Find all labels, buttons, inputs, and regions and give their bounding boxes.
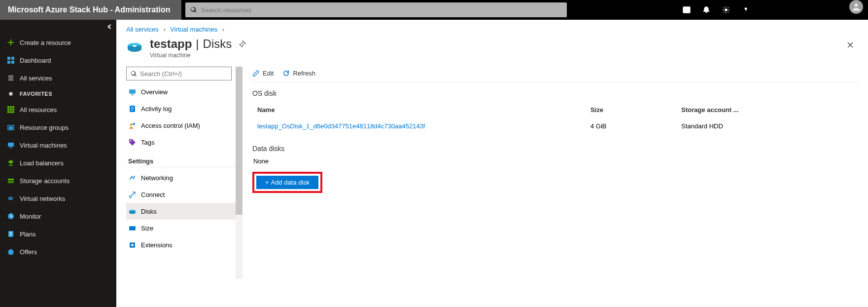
os-disk-heading: OS disk	[252, 89, 858, 97]
svg-rect-3	[7, 57, 10, 60]
svg-rect-20	[8, 179, 14, 180]
svg-point-1	[725, 9, 727, 11]
help-icon[interactable]	[736, 0, 756, 20]
nav-storage-accounts[interactable]: Storage accounts	[0, 172, 116, 190]
directory-tenant-area[interactable]	[756, 0, 844, 20]
data-disks-none: None	[252, 157, 858, 165]
menu-connect[interactable]: Connect	[126, 186, 243, 203]
disk-resource-icon	[126, 39, 143, 56]
edit-button[interactable]: Edit	[252, 70, 274, 77]
chevron-right-icon: ›	[222, 26, 224, 33]
list-icon	[7, 74, 15, 82]
os-disk-name-link[interactable]: testapp_OsDisk_1_d6e0d347751e48118d4c730…	[257, 122, 425, 130]
cloud-shell-icon[interactable]	[677, 0, 696, 20]
user-avatar[interactable]	[849, 0, 863, 14]
vm-icon	[7, 141, 15, 149]
svg-rect-5	[7, 61, 10, 64]
svg-rect-27	[131, 94, 133, 95]
nav-create-label: Create a resource	[20, 39, 71, 46]
plus-icon	[7, 38, 15, 46]
nav-virtual-machines[interactable]: Virtual machines	[0, 136, 116, 154]
nav-monitor[interactable]: Monitor	[0, 207, 116, 225]
nav-all-services[interactable]: All services	[0, 69, 116, 87]
add-data-disk-button[interactable]: + Add data disk	[256, 176, 318, 189]
nav-item-label: Monitor	[20, 213, 41, 220]
add-data-disk-label: Add data disk	[271, 179, 310, 186]
svg-point-31	[130, 140, 132, 142]
close-blade-icon[interactable]	[842, 37, 858, 55]
nav-dashboard[interactable]: Dashboard	[0, 51, 116, 69]
nav-item-label: Virtual machines	[20, 142, 67, 149]
menu-disks[interactable]: Disks	[126, 203, 243, 220]
menu-size[interactable]: Size	[126, 220, 243, 236]
notifications-icon[interactable]	[696, 0, 716, 20]
svg-rect-7	[7, 106, 9, 108]
add-data-disk-highlight: + Add data disk	[252, 172, 322, 193]
settings-icon[interactable]	[716, 0, 736, 20]
breadcrumb-vms[interactable]: Virtual machines	[170, 26, 217, 33]
svg-rect-15	[12, 111, 14, 113]
connect-icon	[128, 191, 136, 198]
menu-item-label: Overview	[141, 88, 168, 96]
nav-offers[interactable]: Offers	[0, 243, 116, 261]
svg-rect-8	[10, 106, 12, 108]
disk-icon	[128, 207, 136, 215]
resource-name: testapp	[150, 37, 192, 51]
nav-resource-groups[interactable]: Resource groups	[0, 118, 116, 136]
vm-icon	[128, 88, 136, 96]
svg-rect-35	[131, 244, 133, 246]
breadcrumb-all-services[interactable]: All services	[126, 26, 159, 33]
nav-all-resources[interactable]: All resources	[0, 101, 116, 118]
size-icon	[128, 224, 136, 232]
nav-item-label: Resource groups	[20, 124, 69, 131]
nav-virtual-networks[interactable]: Virtual networks	[0, 190, 116, 207]
dashboard-icon	[7, 56, 15, 64]
global-search[interactable]	[185, 2, 567, 17]
nav-item-label: Load balancers	[20, 159, 64, 167]
edit-label: Edit	[263, 70, 274, 77]
menu-extensions[interactable]: Extensions	[126, 236, 243, 253]
table-row: testapp_OsDisk_1_d6e0d347751e48118d4c730…	[252, 117, 858, 135]
menu-scrollbar[interactable]	[236, 67, 243, 279]
nav-item-label: Offers	[20, 248, 37, 256]
nav-create-resource[interactable]: Create a resource	[0, 34, 116, 51]
iam-icon	[128, 121, 136, 129]
nav-favorites-header: FAVORITES	[0, 87, 116, 101]
svg-rect-12	[12, 109, 14, 111]
svg-rect-9	[12, 106, 14, 108]
monitor-icon	[7, 212, 15, 220]
resource-menu-search[interactable]	[126, 67, 232, 80]
menu-settings-header: Settings	[126, 151, 238, 167]
resource-menu-search-input[interactable]	[140, 70, 227, 77]
data-disks-heading: Data disks	[252, 145, 858, 153]
portal-title: Microsoft Azure Stack Hub - Administrati…	[0, 0, 181, 20]
sidebar-collapse-icon[interactable]	[106, 24, 112, 31]
nav-item-label: Plans	[20, 230, 36, 238]
nav-dashboard-label: Dashboard	[20, 57, 51, 64]
offer-icon	[7, 248, 15, 256]
nav-item-label: All resources	[20, 106, 57, 114]
star-icon	[7, 90, 15, 98]
svg-rect-26	[129, 89, 136, 94]
global-search-input[interactable]	[197, 6, 562, 14]
menu-item-label: Networking	[141, 174, 173, 182]
refresh-icon	[282, 70, 290, 77]
svg-rect-11	[10, 109, 12, 111]
nav-item-label: Storage accounts	[20, 177, 69, 185]
menu-overview[interactable]: Overview	[126, 83, 243, 100]
storage-icon	[7, 177, 15, 185]
menu-activity-log[interactable]: Activity log	[126, 100, 243, 117]
tag-icon	[128, 138, 136, 146]
svg-rect-19	[10, 147, 12, 148]
pin-icon[interactable]	[239, 40, 246, 48]
menu-networking[interactable]: Networking	[126, 169, 243, 186]
menu-access-control[interactable]: Access control (IAM)	[126, 117, 243, 134]
menu-tags[interactable]: Tags	[126, 134, 243, 151]
resource-group-icon	[7, 123, 15, 131]
refresh-button[interactable]: Refresh	[282, 70, 315, 77]
vnet-icon	[7, 194, 15, 202]
nav-all-services-label: All services	[20, 75, 52, 82]
nav-load-balancers[interactable]: Load balancers	[0, 154, 116, 172]
nav-plans[interactable]: Plans	[0, 225, 116, 243]
svg-point-29	[130, 123, 132, 125]
